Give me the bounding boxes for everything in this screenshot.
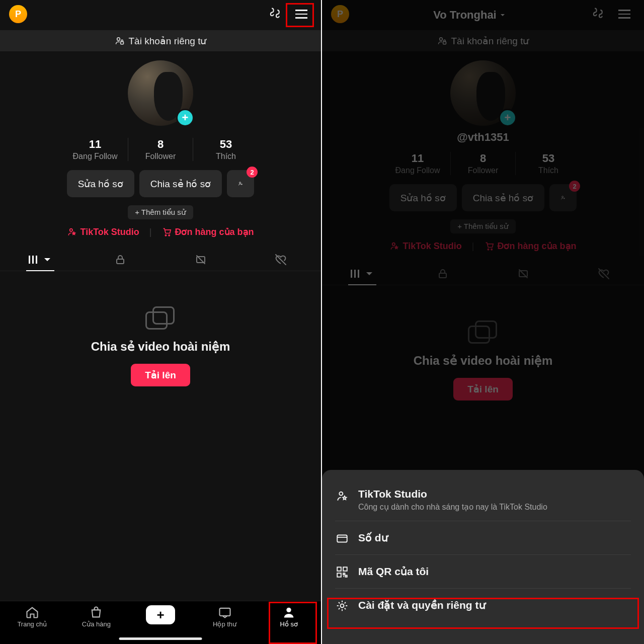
footprint-icon[interactable] [268,6,282,22]
edit-profile-button[interactable]: Sửa hồ sơ [67,170,134,197]
stat-followers[interactable]: 8Follower [128,138,193,161]
empty-title: Chia sẻ video hoài niệm [0,340,321,354]
nav-home[interactable]: Trang chủ [11,605,53,628]
private-banner: Tài khoản riêng tư [0,30,321,51]
gear-icon [335,599,349,613]
qr-icon [335,565,349,579]
svg-rect-27 [343,567,347,571]
share-profile-button[interactable]: Chia sẻ hồ sơ [139,170,222,197]
stat-likes[interactable]: 53Thích [193,138,259,161]
sheet-settings[interactable]: Cài đặt và quyền riêng tư [322,589,644,622]
photo-placeholder-icon [145,306,176,331]
shop-icon [89,605,103,619]
stats-row: 11Đang Follow 8Follower 53Thích [0,138,321,161]
empty-state: Chia sẻ video hoài niệm Tải lên [0,271,321,386]
svg-point-2 [239,182,241,184]
nav-inbox[interactable]: Hộp thư [204,605,246,628]
hamburger-menu-button[interactable] [291,4,312,25]
svg-point-5 [169,235,170,236]
svg-rect-11 [219,608,230,616]
links-row: TikTok Studio | Đơn hàng của bạn [0,226,321,237]
nav-shop[interactable]: Cửa hàng [75,605,117,628]
svg-rect-7 [32,256,34,264]
tab-grid[interactable] [0,249,80,271]
tiktok-studio-link[interactable]: TikTok Studio [67,227,139,237]
tab-private[interactable] [80,249,161,271]
content-tabs [0,249,321,271]
svg-point-3 [70,229,72,231]
add-story-button[interactable]: + [176,109,194,127]
svg-rect-26 [337,567,341,571]
svg-point-0 [117,38,120,41]
person-star-icon [335,489,349,503]
nav-create[interactable]: + [139,605,182,624]
profile-icon [282,605,296,619]
home-icon [25,605,39,619]
menu-sheet: TikTok StudioCông cụ dành cho nhà sáng t… [322,470,644,644]
upload-button[interactable]: Tải lên [131,364,190,386]
cart-icon [162,227,172,237]
svg-point-29 [341,604,344,608]
menu-sheet-screen: P Vo Tronghai Tài khoản riêng tư + @vth1… [322,0,644,644]
points-badge-label: P [15,9,21,20]
sheet-tiktok-studio[interactable]: TikTok StudioCông cụ dành cho nhà sáng t… [335,479,631,521]
svg-point-4 [165,235,166,236]
stat-following[interactable]: 11Đang Follow [62,138,128,161]
tab-repost[interactable] [160,249,241,271]
home-indicator [119,637,202,640]
points-badge[interactable]: P [9,5,27,23]
add-bio-button[interactable]: + Thêm tiểu sử [128,205,193,219]
avatar-wrap: + [0,51,321,126]
svg-point-12 [287,608,291,612]
svg-rect-28 [337,573,341,577]
private-banner-text: Tài khoản riêng tư [129,35,207,47]
tab-liked[interactable] [241,249,321,271]
friend-badge: 2 [247,167,258,178]
svg-rect-25 [337,535,347,542]
person-lock-icon [115,36,125,46]
svg-rect-9 [117,259,124,264]
svg-point-24 [339,492,343,496]
action-row: Sửa hồ sơ Chia sẻ hồ sơ 2 [0,170,321,197]
nav-profile[interactable]: Hồ sơ [268,605,310,628]
orders-link[interactable]: Đơn hàng của bạn [162,226,254,237]
inbox-icon [218,605,232,619]
add-friends-button[interactable]: 2 [227,170,254,197]
svg-rect-6 [29,256,30,264]
add-friend-icon [238,178,243,190]
svg-rect-8 [36,256,37,264]
wallet-icon [335,531,349,545]
profile-screen: P Tài khoản riêng tư + 11Đang Follow 8Fo… [0,0,322,644]
person-star-icon [67,227,77,237]
sheet-qr[interactable]: Mã QR của tôi [335,555,631,589]
bottom-nav: Trang chủ Cửa hàng + Hộp thư Hồ sơ [0,601,321,644]
top-bar: P [0,0,321,28]
svg-rect-1 [120,42,123,44]
sheet-balance[interactable]: Số dư [335,521,631,555]
